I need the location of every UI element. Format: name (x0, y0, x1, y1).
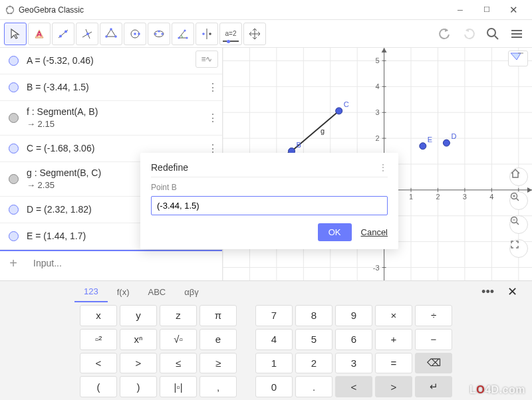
tool-move[interactable] (4, 23, 27, 45)
undo-button[interactable] (434, 23, 456, 45)
svg-point-27 (184, 29, 186, 31)
algebra-input[interactable] (27, 251, 222, 275)
kb-key[interactable]: √▫ (160, 329, 197, 350)
kb-tab-greek[interactable]: αβγ (175, 281, 208, 302)
svg-text:A: A (37, 30, 42, 38)
kb-key[interactable]: = (375, 353, 412, 374)
kb-key[interactable]: 8 (295, 305, 332, 326)
svg-point-112 (420, 143, 426, 150)
svg-text:g: g (321, 127, 325, 135)
kb-key[interactable]: xⁿ (120, 329, 157, 350)
tool-line[interactable] (52, 23, 74, 45)
app-logo-icon (5, 5, 15, 15)
kb-key[interactable]: 2 (295, 353, 332, 374)
redefine-input[interactable] (151, 196, 388, 215)
kb-key[interactable]: ÷ (415, 305, 452, 326)
kb-key[interactable]: 9 (335, 305, 372, 326)
tool-point[interactable]: A (28, 23, 51, 45)
tool-angle[interactable] (172, 23, 194, 45)
kb-tab-functions[interactable]: f(x) (108, 281, 139, 302)
svg-text:5: 5 (375, 56, 379, 64)
home-view-button[interactable] (509, 167, 528, 186)
kb-key[interactable]: ) (120, 376, 157, 397)
svg-point-16 (114, 35, 117, 38)
tool-perpendicular[interactable] (76, 23, 98, 45)
svg-point-110 (443, 140, 450, 146)
algebra-view-toggle[interactable]: ≡∿ (196, 50, 218, 68)
svg-marker-114 (511, 53, 521, 60)
row-menu-icon[interactable]: ⋮ (203, 81, 222, 94)
kb-close-button[interactable]: ✕ (501, 284, 524, 299)
minimize-button[interactable]: ─ (447, 1, 473, 19)
kb-key[interactable]: 0 (255, 376, 293, 397)
kb-key[interactable]: < (335, 376, 372, 397)
dialog-title: Redefine (151, 162, 188, 173)
algebra-row[interactable]: B = (-3.44, 1.5)⋮ (0, 74, 222, 101)
svg-text:C: C (344, 100, 349, 108)
svg-point-19 (134, 33, 136, 35)
tool-ellipse[interactable] (148, 23, 170, 45)
svg-text:1: 1 (409, 193, 413, 201)
fullscreen-button[interactable] (509, 239, 528, 258)
maximize-button[interactable]: ☐ (473, 1, 500, 19)
kb-key[interactable]: , (200, 376, 237, 397)
svg-line-32 (495, 36, 498, 39)
kb-tab-numeric[interactable]: 123 (74, 281, 108, 302)
algebra-row[interactable]: f : Segment(A, B)→ 2.15⋮ (0, 101, 222, 136)
kb-key[interactable]: × (375, 305, 412, 326)
search-button[interactable] (481, 23, 504, 45)
kb-key[interactable]: 7 (255, 305, 293, 326)
kb-key[interactable]: 5 (295, 329, 332, 350)
tool-circle[interactable] (124, 23, 146, 45)
svg-point-1 (6, 7, 8, 9)
title-bar: GeoGebra Classic ─ ☐ ✕ (0, 0, 532, 20)
add-input-button[interactable]: + (0, 251, 27, 275)
kb-key[interactable]: ⌫ (415, 353, 452, 374)
kb-key[interactable]: ( (80, 376, 117, 397)
svg-text:3: 3 (463, 193, 467, 201)
kb-tab-alpha[interactable]: ABC (138, 281, 175, 302)
kb-key[interactable]: e (200, 329, 237, 350)
dialog-menu-icon[interactable]: ⋮ (378, 162, 388, 173)
svg-text:4: 4 (375, 82, 379, 90)
tool-slider[interactable]: a=2 (219, 23, 242, 45)
menu-button[interactable] (505, 23, 528, 45)
kb-key[interactable]: ≤ (160, 353, 197, 374)
cancel-link[interactable]: Cancel (361, 227, 388, 237)
kb-key[interactable]: ↵ (415, 376, 452, 397)
kb-key[interactable]: > (120, 353, 157, 374)
svg-point-20 (138, 33, 140, 35)
kb-key[interactable]: 4 (255, 329, 293, 350)
kb-key[interactable]: y (120, 305, 157, 326)
algebra-row[interactable]: A = (-5.32, 0.46)⋮ (0, 48, 222, 74)
kb-key[interactable]: x (80, 305, 117, 326)
kb-key[interactable]: π (200, 305, 237, 326)
svg-point-10 (65, 30, 67, 33)
kb-key[interactable]: − (415, 329, 452, 350)
kb-key[interactable]: + (375, 329, 412, 350)
kb-key[interactable]: z (160, 305, 197, 326)
svg-point-108 (336, 108, 342, 114)
zoom-out-button[interactable] (509, 215, 528, 234)
svg-point-5 (9, 5, 11, 7)
kb-key[interactable]: 1 (255, 353, 293, 374)
graphics-settings-icon[interactable] (508, 50, 528, 66)
close-button[interactable]: ✕ (500, 1, 527, 19)
tool-polygon[interactable] (100, 23, 122, 45)
tool-move-view[interactable] (243, 23, 266, 45)
kb-key[interactable]: 3 (335, 353, 372, 374)
redefine-dialog: Redefine ⋮ Point B OK Cancel (140, 153, 398, 249)
redo-button[interactable] (458, 23, 480, 45)
kb-more-button[interactable]: ••• (475, 285, 501, 299)
tool-reflect[interactable] (196, 23, 218, 45)
kb-key[interactable]: |▫| (160, 376, 197, 397)
kb-key[interactable]: ≥ (200, 353, 237, 374)
kb-key[interactable]: ▫² (80, 329, 117, 350)
zoom-in-button[interactable] (509, 191, 528, 210)
row-menu-icon[interactable]: ⋮ (203, 112, 222, 124)
kb-key[interactable]: < (80, 353, 117, 374)
kb-key[interactable]: 6 (335, 329, 372, 350)
ok-button[interactable]: OK (318, 223, 352, 241)
kb-key[interactable]: . (295, 376, 332, 397)
kb-key[interactable]: > (375, 376, 412, 397)
